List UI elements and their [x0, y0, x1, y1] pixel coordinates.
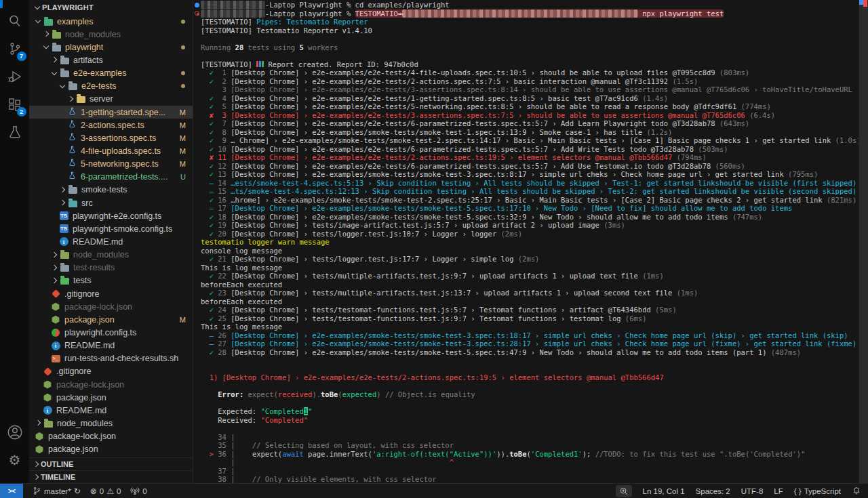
tree-item[interactable]: .gitignore	[29, 287, 193, 300]
tree-item[interactable]: 4-file-uploads.spec.tsM	[29, 144, 193, 157]
timeline-section[interactable]: TIMELINE	[29, 470, 193, 483]
tree-item-label: 1-getting-started.spe...	[81, 108, 165, 117]
tree-item-label: test-results	[73, 263, 115, 272]
branch-indicator[interactable]: master* ↻	[33, 486, 81, 495]
zoom-button[interactable]	[616, 485, 632, 497]
tree-item[interactable]: 3-assertions.spec.tsM	[29, 131, 193, 144]
tree-item[interactable]: package-lock.json	[29, 300, 193, 313]
tree-item[interactable]: e2e-examples	[29, 67, 193, 80]
flask-icon	[66, 171, 77, 182]
encoding-setting[interactable]: UTF-8	[741, 487, 764, 495]
tree-item[interactable]: node_modules	[29, 249, 193, 262]
tree-item[interactable]: node_modules	[29, 28, 193, 41]
remote-indicator[interactable]: ><	[0, 484, 23, 498]
tree-item-label: src	[81, 199, 93, 208]
tree-item[interactable]: 5-networking.spec.tsM	[29, 158, 193, 171]
search-icon[interactable]	[4, 11, 26, 31]
command-success-decoration-icon	[195, 3, 199, 7]
folder-icon	[59, 262, 70, 273]
tree-item[interactable]: examples	[29, 15, 193, 28]
folder-src-icon	[67, 198, 78, 209]
tree-item[interactable]: TSplaywright-e2e.config.ts	[29, 209, 193, 222]
tree-item-label: e2e-tests	[81, 81, 116, 91]
timeline-label: TIMELINE	[41, 473, 75, 481]
source-control-badge: 7	[17, 51, 26, 61]
terminal-line: beforeEach executed	[201, 281, 859, 289]
tree-item[interactable]: iREADME.md	[29, 235, 193, 248]
tree-item[interactable]: server	[29, 93, 193, 106]
terminal-line: ✓ 18 [Desktop Chrome] › e2e-examples/smo…	[201, 213, 859, 222]
tree-item[interactable]: package.json	[29, 443, 193, 456]
info-icon: i	[50, 340, 61, 351]
outline-section[interactable]: OUTLINE	[29, 457, 193, 470]
tree-item[interactable]: iREADME.md	[29, 404, 193, 417]
settings-gear-icon[interactable]: ⚙	[4, 450, 26, 470]
language-mode[interactable]: { } TypeScript	[794, 487, 841, 495]
cursor-position[interactable]: Ln 19, Col 1	[643, 487, 685, 495]
tree-item[interactable]: test-results	[29, 262, 193, 274]
tree-item[interactable]: package.json	[29, 391, 193, 404]
tree-item-label: artifacts	[73, 56, 103, 65]
terminal-line: ✓ 24 [Desktop Chrome] › tests/testomat-f…	[201, 306, 859, 314]
tree-item[interactable]: 1-getting-started.spe...M	[29, 106, 193, 119]
notifications-bell[interactable]	[852, 486, 861, 496]
problems-indicator[interactable]: ⊗ 0 ⚠ 0	[90, 487, 121, 495]
tree-item[interactable]: playwright.config.ts	[29, 326, 193, 339]
tree-item[interactable]: package-lock.json	[29, 430, 193, 443]
tree-item[interactable]: .gitignore	[29, 365, 193, 378]
tree-item[interactable]: e2e-tests	[29, 80, 193, 93]
account-icon[interactable]	[4, 422, 26, 442]
terminal-line: [TESTOMATIO] Pipes: Testomatio Reporter	[201, 18, 859, 26]
explorer-sidebar: PLAYWRIGHT examplesnode_modulesplaywrigh…	[29, 0, 193, 483]
ports-indicator[interactable]: 0	[130, 486, 146, 496]
branch-icon	[33, 486, 41, 495]
terminal-line: ✓ 22 [Desktop Chrome] › tests/multiple-a…	[201, 272, 859, 281]
chevron-right-icon	[50, 251, 59, 260]
tree-item[interactable]: src	[29, 196, 193, 209]
tree-item[interactable]: smoke-tests	[29, 184, 193, 196]
run-debug-icon[interactable]	[4, 66, 26, 87]
warnings-icon: ⚠	[106, 487, 114, 495]
terminal-line: ✓ 25 [Desktop Chrome] › tests/testomat-f…	[201, 314, 859, 323]
tree-item-label: .gitignore	[64, 289, 99, 299]
terminal-panel[interactable]: -Laptop Playwright % cd examples/playwri…	[193, 0, 868, 483]
tree-item-label: 4-file-uploads.spec.ts	[81, 146, 161, 156]
terminal-line: -Laptop Playwright % cd examples/playwri…	[201, 1, 859, 9]
git-modified-dot-icon	[181, 71, 185, 75]
indentation-setting[interactable]: Spaces: 2	[696, 487, 730, 495]
testing-icon[interactable]	[4, 122, 26, 142]
tree-item[interactable]: artifacts	[29, 54, 193, 66]
tree-item-label: 6-parametrized-tests....	[81, 172, 168, 182]
terminal-line: 37 |	[201, 467, 859, 476]
tree-item[interactable]: >_run-tests-and-check-results.sh	[29, 352, 193, 365]
extensions-icon[interactable]: 2	[4, 94, 26, 115]
info-icon: i	[58, 236, 69, 247]
npm-icon	[42, 379, 53, 390]
eol-setting[interactable]: LF	[774, 487, 783, 495]
tree-item[interactable]: node_modules	[29, 417, 193, 430]
npm-icon	[42, 392, 53, 403]
tree-item[interactable]: tests	[29, 274, 193, 287]
source-control-icon[interactable]: 7	[4, 39, 26, 59]
explorer-section-header[interactable]: PLAYWRIGHT	[29, 0, 193, 15]
tree-item[interactable]: TSplaywright-smoke.config.ts	[29, 222, 193, 235]
command-error-decoration-icon	[195, 11, 199, 16]
tree-item[interactable]: iREADME.md	[29, 339, 193, 352]
tree-item[interactable]: 2-actions.spec.tsM	[29, 119, 193, 131]
radio-tower-icon	[130, 486, 140, 496]
tree-item[interactable]: 6-parametrized-tests....U	[29, 171, 193, 184]
folder-icon	[67, 81, 78, 91]
terminal-scrollbar[interactable]	[859, 0, 868, 483]
tree-item-label: e2e-examples	[73, 68, 127, 78]
tree-item[interactable]: package-lock.json	[29, 378, 193, 391]
folder-icon	[51, 42, 62, 53]
terminal-line: ✓ 23 [Desktop Chrome] › tests/multiple-a…	[201, 289, 859, 297]
tree-item[interactable]: playwright	[29, 41, 193, 54]
terminal-line: [TESTOMATIO] Report created. Report ID: …	[201, 60, 859, 69]
chevron-down-icon	[50, 69, 59, 78]
tree-item-label: tests	[73, 276, 91, 285]
tree-item[interactable]: package.jsonM	[29, 313, 193, 326]
sh-icon: >_	[50, 353, 61, 364]
terminal-line: ✓ 9 … Chrome] › e2e-examples/smoke-tests…	[201, 136, 859, 145]
file-tree: examplesnode_modulesplaywrightartifactse…	[29, 15, 193, 456]
